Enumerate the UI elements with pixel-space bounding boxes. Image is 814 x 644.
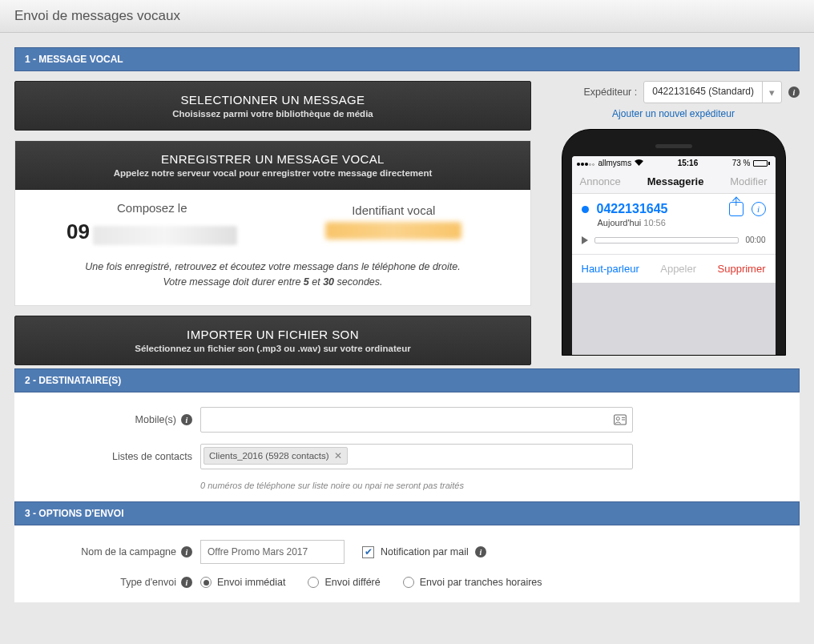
content: 1 - MESSAGE VOCAL SELECTIONNER UN MESSAG…: [0, 33, 814, 617]
radio-icon: [403, 577, 414, 588]
phone-navbar: Annonce Messagerie Modifier: [572, 170, 776, 194]
contact-list-tag-label: Clients_2016 (5928 contacts): [209, 451, 329, 461]
speaker-action: Haut-parleur: [582, 263, 639, 275]
select-message-subtitle: Choisissez parmi votre bibliothèque de m…: [23, 109, 522, 119]
vocal-id-redacted: [325, 222, 461, 239]
chevron-down-icon[interactable]: ▾: [762, 82, 781, 103]
blacklist-note: 0 numéros de téléphone sur liste noire o…: [200, 481, 800, 490]
campaign-name-label: Nom de la campagne: [81, 546, 176, 557]
audio-player: 00:00: [582, 235, 766, 244]
voicemail-number: 0422131645: [597, 202, 721, 216]
audio-track: [594, 237, 739, 244]
compose-number-redacted: [93, 226, 237, 245]
compose-column: Composez le 09: [31, 201, 273, 245]
record-message-header: ENREGISTRER UN MESSAGE VOCAL Appelez not…: [15, 141, 530, 190]
voicemail-actions: Haut-parleur Appeler Supprimer: [572, 255, 776, 283]
wifi-icon: [635, 159, 643, 167]
notify-mail-checkbox[interactable]: ✔: [362, 546, 374, 558]
import-sound-subtitle: Sélectionnez un fichier son (.mp3 ou .wa…: [23, 344, 522, 353]
nav-announce: Annonce: [580, 175, 621, 187]
info-icon[interactable]: i: [181, 577, 192, 588]
record-message-title: ENREGISTRER UN MESSAGE VOCAL: [23, 152, 522, 166]
info-icon[interactable]: i: [181, 546, 192, 557]
select-message-button[interactable]: SELECTIONNER UN MESSAGE Choisissez parmi…: [14, 81, 531, 131]
info-circle-icon: i: [752, 202, 766, 216]
delete-action: Supprimer: [718, 263, 766, 275]
contact-lists-input[interactable]: Clients_2016 (5928 contacts) ✕: [200, 444, 633, 469]
radio-icon: [308, 577, 319, 588]
section-1-header: 1 - MESSAGE VOCAL: [14, 47, 800, 71]
record-note: Une fois enregistré, retrouvez et écoute…: [31, 260, 514, 290]
record-message-subtitle: Appelez notre serveur vocal pour enregis…: [23, 168, 522, 178]
radio-immediate[interactable]: Envoi immédiat: [200, 577, 285, 588]
battery-percent: 73 %: [732, 159, 751, 167]
unread-dot-icon: [582, 206, 589, 213]
info-icon[interactable]: i: [788, 87, 800, 98]
page-title: Envoi de messages vocaux: [0, 0, 814, 33]
nav-edit: Modifier: [730, 175, 767, 187]
vocal-id-column: Identifiant vocal: [273, 203, 515, 243]
add-sender-link[interactable]: Ajouter un nouvel expéditeur: [547, 108, 800, 119]
mobiles-label: Mobile(s): [135, 414, 176, 425]
phone-statusbar: allmysms 15:16 73 %: [572, 156, 776, 170]
vocal-id-label: Identifiant vocal: [273, 203, 515, 217]
sender-label: Expéditeur :: [584, 87, 638, 98]
audio-duration: 00:00: [745, 235, 765, 244]
info-icon[interactable]: i: [475, 546, 486, 557]
call-action: Appeler: [660, 263, 696, 275]
share-icon: [729, 202, 743, 216]
section-3-header: 3 - OPTIONS D'ENVOI: [14, 501, 800, 525]
remove-tag-icon[interactable]: ✕: [334, 450, 342, 461]
send-type-label: Type d'envoi: [120, 577, 176, 588]
compose-prefix: 09: [66, 219, 90, 244]
info-icon[interactable]: i: [181, 414, 192, 425]
phone-empty-area: [572, 283, 776, 355]
section-2-header: 2 - DESTINATAIRE(S): [14, 368, 800, 392]
contact-card-icon[interactable]: [614, 414, 627, 425]
sender-select[interactable]: 0422131645 (Standard) ▾: [643, 81, 782, 103]
compose-label: Composez le: [31, 201, 273, 215]
select-message-title: SELECTIONNER UN MESSAGE: [23, 93, 522, 107]
record-message-panel: ENREGISTRER UN MESSAGE VOCAL Appelez not…: [14, 140, 531, 306]
contact-list-tag: Clients_2016 (5928 contacts) ✕: [204, 447, 348, 465]
mobiles-input[interactable]: [200, 407, 633, 433]
nav-title: Messagerie: [647, 175, 704, 187]
phone-preview: allmysms 15:16 73 %: [562, 129, 786, 356]
carrier-label: allmysms: [598, 159, 632, 167]
status-time: 15:16: [678, 159, 699, 167]
notify-mail-label: Notification par mail: [381, 546, 469, 557]
voicemail-row: 0422131645 i Aujourd'hui 10:56 00:00: [572, 194, 776, 255]
radio-timeslot[interactable]: Envoi par tranches horaires: [403, 577, 542, 588]
radio-deferred[interactable]: Envoi différé: [308, 577, 380, 588]
campaign-name-input[interactable]: [200, 540, 345, 564]
signal-icon: [577, 159, 595, 167]
voicemail-date: Aujourd'hui 10:56: [598, 218, 766, 227]
phone-speaker: [655, 144, 692, 148]
radio-icon: [200, 577, 212, 588]
import-sound-title: IMPORTER UN FICHIER SON: [23, 328, 522, 341]
contact-lists-label: Listes de contacts: [112, 451, 192, 462]
sender-select-value: 0422131645 (Standard): [644, 82, 762, 103]
play-icon: [582, 236, 588, 244]
svg-point-1: [616, 417, 619, 421]
import-sound-button[interactable]: IMPORTER UN FICHIER SON Sélectionnez un …: [14, 316, 531, 365]
battery-icon: [753, 160, 770, 167]
